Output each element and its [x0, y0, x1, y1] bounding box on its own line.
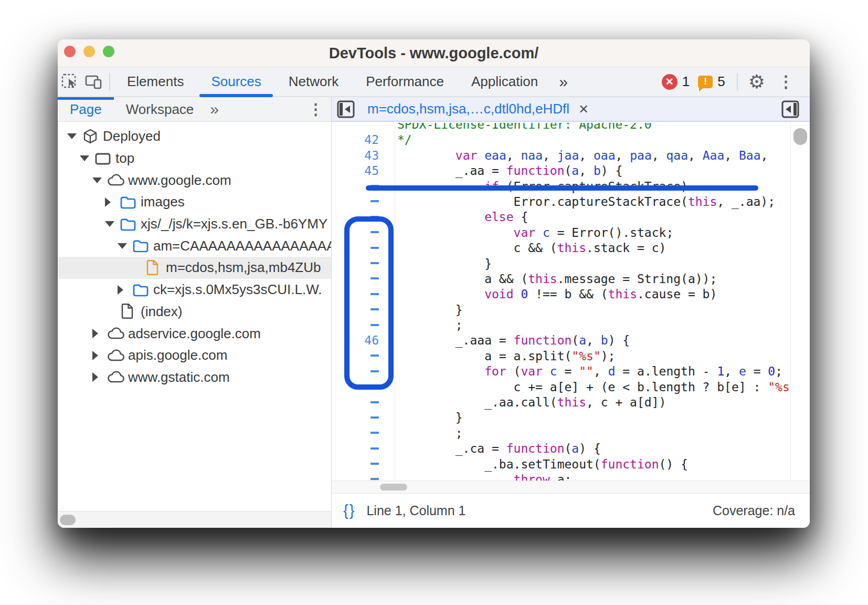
- sidebar-scrollbar-thumb[interactable]: [60, 515, 76, 525]
- tree-item-top[interactable]: top: [58, 148, 332, 170]
- gutter-collapsed-dash[interactable]: [332, 318, 395, 333]
- tab-elements[interactable]: Elements: [113, 67, 197, 96]
- code-line: SPDX-License-Identifier: Apache-2.0: [332, 123, 790, 132]
- pane-divider[interactable]: [331, 97, 332, 528]
- tab-page[interactable]: Page: [58, 101, 114, 118]
- warning-count: 5: [717, 74, 725, 90]
- coverage-label: Coverage: n/a: [713, 503, 810, 518]
- gutter-collapsed-dash[interactable]: [332, 349, 395, 364]
- gutter-line-number[interactable]: 43: [332, 148, 395, 163]
- code-line: 42*/: [332, 132, 790, 148]
- sidebar-horizontal-scrollbar[interactable]: [58, 511, 332, 528]
- file-orange-icon: [145, 259, 166, 276]
- chevron-right-icon[interactable]: [92, 351, 107, 360]
- error-icon[interactable]: ✕: [662, 74, 678, 90]
- chevron-right-icon[interactable]: [105, 197, 120, 207]
- tree-item-ck-xjs-s-0mx5ys3scui-l-w[interactable]: ck=xjs.s.0Mx5ys3sCUI.L.W.: [58, 279, 332, 301]
- show-debugger-sidebar-icon[interactable]: [780, 99, 800, 119]
- code-line: 43 var eaa, naa, jaa, oaa, paa, qaa, Aaa…: [332, 148, 790, 163]
- chevron-down-icon[interactable]: [105, 221, 120, 227]
- code-line: for (var c = "", d = a.length - 1, e = 0…: [332, 364, 790, 379]
- vertical-scrollbar-thumb[interactable]: [793, 128, 807, 145]
- inspect-element-icon[interactable]: [58, 70, 82, 93]
- gutter-collapsed-dash[interactable]: [332, 472, 395, 481]
- code-text: var c = Error().stack;: [395, 225, 673, 241]
- settings-gear-icon[interactable]: ⚙: [741, 72, 772, 91]
- gutter-line-number[interactable]: [332, 123, 395, 132]
- chevron-right-icon[interactable]: [92, 329, 107, 338]
- code-text: _.aaa = function(a, b) {: [395, 333, 630, 348]
- tree-item-apis-google-com[interactable]: apis.google.com: [58, 345, 332, 367]
- devtools-toolbar: ElementsSourcesNetworkPerformanceApplica…: [58, 67, 810, 97]
- tree-item-xjs-js-k-xjs-s-en-gb-b6ymy[interactable]: xjs/_/js/k=xjs.s.en_GB.-b6YMY: [58, 213, 332, 235]
- tab-sources[interactable]: Sources: [197, 67, 274, 96]
- cloud-icon: [107, 348, 128, 363]
- code-line: a && (this.message = String(a));: [332, 272, 790, 287]
- chevron-down-icon[interactable]: [80, 155, 94, 161]
- devtools-menu-icon[interactable]: ⋮: [772, 72, 799, 91]
- code-text: SPDX-License-Identifier: Apache-2.0: [395, 123, 652, 132]
- tree-item-deployed[interactable]: Deployed: [58, 126, 332, 148]
- gutter-collapsed-dash[interactable]: [332, 364, 395, 379]
- chevron-right-icon[interactable]: [118, 285, 132, 295]
- tab-performance[interactable]: Performance: [352, 67, 458, 96]
- tree-item-am-caaaaaaaaaaaaaaaaaaaaaaaaa[interactable]: am=CAAAAAAAAAAAAAAAAAAAAAAAAA: [58, 235, 332, 257]
- gutter-collapsed-dash[interactable]: [332, 380, 395, 395]
- tree-item-m-cdos-hsm-jsa-mb4zub[interactable]: m=cdos,hsm,jsa,mb4ZUb: [58, 257, 332, 279]
- chevron-down-icon[interactable]: [67, 133, 82, 139]
- chevron-right-icon[interactable]: [92, 372, 107, 382]
- close-tab-icon[interactable]: ×: [579, 101, 588, 117]
- tree-item-index[interactable]: (index): [58, 301, 332, 323]
- package-icon: [82, 128, 103, 145]
- tab-application[interactable]: Application: [458, 67, 552, 96]
- file-icon: [120, 303, 141, 320]
- gutter-line-number[interactable]: 46: [332, 333, 395, 348]
- code-horizontal-scrollbar[interactable]: [332, 481, 810, 494]
- gutter-collapsed-dash[interactable]: [332, 441, 395, 456]
- gutter-collapsed-dash[interactable]: [332, 225, 395, 241]
- tree-item-label: adservice.google.com: [128, 326, 261, 342]
- code-line: }: [332, 410, 790, 425]
- horizontal-scrollbar-thumb[interactable]: [380, 484, 407, 491]
- gutter-collapsed-dash[interactable]: [332, 426, 395, 441]
- gutter-line-number[interactable]: 45: [332, 163, 395, 179]
- tree-item-label: apis.google.com: [128, 347, 227, 363]
- tab-network[interactable]: Network: [275, 67, 352, 96]
- gutter-collapsed-dash[interactable]: [332, 395, 395, 410]
- pretty-print-button[interactable]: { }: [343, 502, 353, 519]
- gutter-collapsed-dash[interactable]: [332, 272, 395, 287]
- more-panels-icon[interactable]: »: [552, 73, 574, 91]
- code-text: _.ca = function(a) {: [395, 441, 601, 456]
- chevron-down-icon[interactable]: [118, 243, 132, 249]
- gutter-collapsed-dash[interactable]: [332, 302, 395, 318]
- cursor-position-label: Line 1, Column 1: [366, 503, 465, 518]
- navigator-sidebar: Page Workspace » ⋮ Deployedtopwww.google…: [58, 97, 332, 528]
- device-toolbar-icon[interactable]: [82, 70, 106, 93]
- sources-panel: Page Workspace » ⋮ Deployedtopwww.google…: [58, 97, 810, 528]
- editor-tab[interactable]: m=cdos,hsm,jsa,…c,dtl0hd,eHDfl ×: [367, 97, 588, 121]
- tree-item-www-gstatic-com[interactable]: www.gstatic.com: [58, 367, 332, 389]
- tab-workspace[interactable]: Workspace: [114, 101, 206, 118]
- gutter-collapsed-dash[interactable]: [332, 410, 395, 425]
- code-editor[interactable]: SPDX-License-Identifier: Apache-2.042*/4…: [332, 123, 790, 481]
- tree-item-adservice-google-com[interactable]: adservice.google.com: [58, 322, 332, 345]
- more-navigator-tabs-icon[interactable]: »: [206, 100, 222, 118]
- hide-navigator-icon[interactable]: [336, 99, 356, 119]
- code-text: else {: [395, 210, 528, 225]
- code-vertical-scrollbar[interactable]: [790, 123, 810, 481]
- tree-item-images[interactable]: images: [58, 191, 332, 213]
- warning-icon[interactable]: !: [698, 76, 713, 88]
- gutter-line-number[interactable]: 42: [332, 132, 395, 148]
- gutter-collapsed-dash[interactable]: [332, 256, 395, 272]
- code-line: c += a[e] + (e < b.length ? b[e] : "%s")…: [332, 380, 790, 395]
- gutter-collapsed-dash[interactable]: [332, 287, 395, 302]
- gutter-collapsed-dash[interactable]: [332, 241, 395, 256]
- gutter-collapsed-dash[interactable]: [332, 210, 395, 225]
- chevron-down-icon[interactable]: [92, 178, 107, 183]
- navigator-menu-icon[interactable]: ⋮: [308, 100, 332, 118]
- gutter-collapsed-dash[interactable]: [332, 194, 395, 210]
- tree-item-www-google-com[interactable]: www.google.com: [58, 169, 332, 191]
- code-text: var eaa, naa, jaa, oaa, paa, qaa, Aaa, B…: [395, 148, 768, 163]
- code-line: _.aa.call(this, c + a[d]): [332, 395, 790, 410]
- gutter-collapsed-dash[interactable]: [332, 457, 395, 472]
